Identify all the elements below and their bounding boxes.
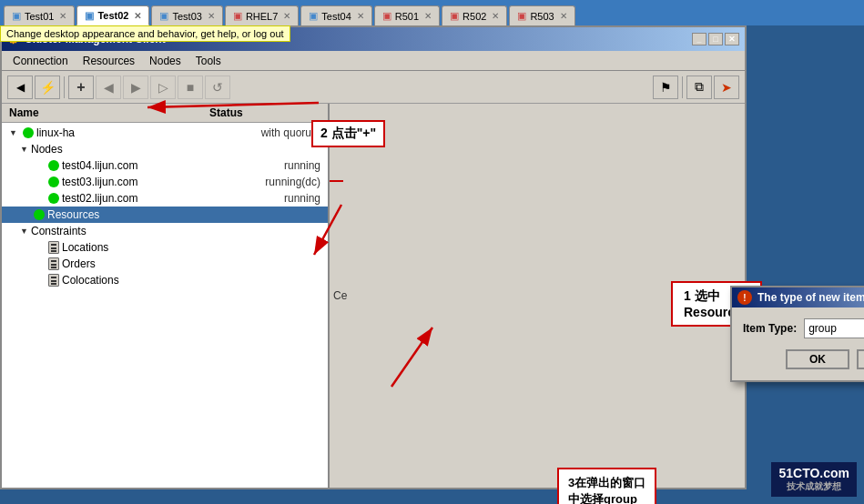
tab-close-Test04[interactable]: ✕ (357, 11, 364, 21)
start-button[interactable]: ▷ (150, 76, 176, 99)
menu-tools[interactable]: Tools (188, 53, 229, 69)
annotation-group: 3在弹出的窗口中选择group (557, 468, 656, 504)
window-controls: _ □ ✕ (692, 33, 739, 45)
tree-row-locations[interactable]: Locations (2, 239, 328, 256)
refresh-button[interactable]: ↺ (205, 76, 230, 99)
dialog-ok-button[interactable]: OK (786, 349, 849, 369)
tree-arrow-constraints[interactable]: ▼ (20, 227, 31, 236)
constraint-icon-orders (48, 257, 59, 270)
tree-arrow-linux-ha[interactable]: ▼ (9, 128, 20, 137)
tab-close-RHEL7[interactable]: ✕ (283, 11, 290, 21)
tree-panel: Name Status ▼ linux-ha with quorum ▼ Nod… (2, 104, 330, 488)
tree-row-test02[interactable]: test02.lijun.com running (2, 190, 328, 207)
dialog-cancel-button[interactable]: Cancel (857, 349, 864, 369)
connect-button[interactable]: ⚡ (35, 76, 60, 99)
exit-button[interactable]: ➤ (714, 76, 739, 99)
tree-header: Name Status (2, 104, 328, 123)
toolbar-separator-2 (682, 76, 683, 98)
item-type-select[interactable]: group (804, 318, 864, 338)
tab-Test01[interactable]: ▣ Test01 ✕ (4, 5, 75, 25)
tab-R503[interactable]: ▣ R503 ✕ (509, 5, 574, 25)
tree-row-nodes[interactable]: ▼ Nodes (2, 141, 328, 157)
item-type-label: Item Type: (743, 322, 797, 335)
tree-row-colocations[interactable]: Colocations (2, 272, 328, 288)
menu-bar: Connection Resources Nodes Tools (2, 51, 745, 71)
tree-icon-resources (34, 209, 45, 220)
tree-row-test03[interactable]: test03.lijun.com running(dc) (2, 174, 328, 190)
flag-button[interactable]: ⚑ (653, 76, 678, 99)
tab-Test03[interactable]: ▣ Test03 ✕ (151, 5, 222, 25)
dialog-titlebar: ! The type of new item ✕ (732, 287, 864, 307)
content-area: Name Status ▼ linux-ha with quorum ▼ Nod… (2, 104, 745, 488)
tab-close-Test03[interactable]: ✕ (208, 11, 215, 21)
copy-button[interactable]: ⧉ (686, 76, 712, 99)
menu-connection[interactable]: Connection (5, 53, 76, 69)
tab-R501[interactable]: ▣ R501 ✕ (374, 5, 440, 25)
menu-resources[interactable]: Resources (76, 53, 142, 69)
stop-button[interactable]: ■ (178, 76, 203, 99)
tree-row-linux-ha[interactable]: ▼ linux-ha with quorum (2, 125, 328, 141)
tab-close-Test02[interactable]: ✕ (134, 11, 141, 21)
add-button[interactable]: + (68, 76, 94, 99)
tree-row-test04[interactable]: test04.lijun.com running (2, 157, 328, 174)
tree-content: ▼ linux-ha with quorum ▼ Nodes (2, 123, 328, 290)
arrow-left[interactable]: ◀ (96, 76, 121, 99)
toolbar: ◀ ⚡ + ◀ ▶ ▷ ■ ↺ ⚑ ⧉ ➤ (2, 71, 745, 104)
tab-bar: ▣ Test01 ✕ ▣ Test02 ✕ ▣ Test03 ✕ ▣ RHEL7… (0, 0, 864, 25)
watermark: 51CTO.com 技术成就梦想 (771, 462, 857, 497)
constraint-icon-locations (48, 241, 59, 254)
maximize-button[interactable]: □ (708, 33, 723, 45)
tab-R502[interactable]: ▣ R502 ✕ (442, 5, 507, 25)
tab-RHEL7[interactable]: ▣ RHEL7 ✕ (225, 5, 299, 25)
minimize-button[interactable]: _ (692, 33, 706, 45)
tree-icon-test02 (48, 193, 59, 204)
tab-close-R502[interactable]: ✕ (492, 11, 499, 21)
tab-close-R501[interactable]: ✕ (424, 11, 432, 21)
constraint-icon-colocations (48, 274, 59, 287)
menu-nodes[interactable]: Nodes (142, 53, 188, 69)
tab-close-R503[interactable]: ✕ (560, 11, 567, 21)
tree-row-orders[interactable]: Orders (2, 256, 328, 272)
tab-Test02[interactable]: ▣ Test02 ✕ (76, 5, 149, 25)
tree-arrow-nodes[interactable]: ▼ (20, 145, 31, 154)
toolbar-separator-1 (64, 76, 65, 98)
dialog-item-type-row: Item Type: group ▼ (743, 318, 864, 338)
close-button[interactable]: ✕ (725, 33, 739, 45)
dialog-content: Item Type: group ▼ OK Cancel (732, 307, 864, 380)
ce-label: Ce (333, 289, 347, 302)
right-panel: Ce 1 选中 Resources (330, 104, 745, 488)
tree-row-resources[interactable]: Resources (2, 207, 328, 223)
tree-icon-test04 (48, 160, 59, 171)
back-button[interactable]: ◀ (7, 76, 33, 99)
tree-row-constraints[interactable]: ▼ Constraints (2, 223, 328, 239)
dialog-buttons: OK Cancel (743, 349, 864, 369)
dialog-warning-icon: ! (737, 290, 752, 305)
tree-icon-test03 (48, 176, 59, 187)
tooltip-bar: Change desktop appearance and behavior, … (0, 25, 290, 42)
main-window: ⚙ Cluster Management Client _ □ ✕ Connec… (0, 25, 747, 489)
tab-close-Test01[interactable]: ✕ (59, 11, 66, 21)
annotation-toolbar: 2 点击"+" (311, 120, 385, 147)
arrow-right[interactable]: ▶ (123, 76, 148, 99)
new-item-dialog: ! The type of new item ✕ Item Type: grou… (730, 286, 864, 382)
tree-icon-linux-ha (23, 127, 34, 138)
tab-Test04[interactable]: ▣ Test04 ✕ (300, 5, 371, 25)
